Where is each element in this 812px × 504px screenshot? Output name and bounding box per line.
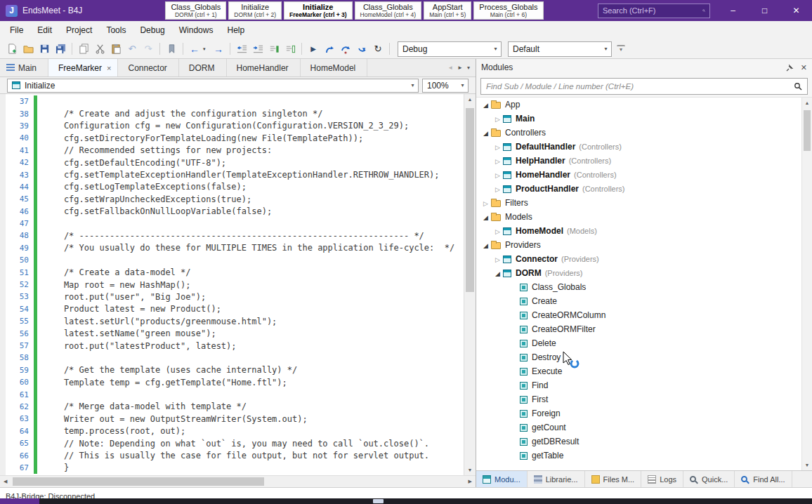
tree-scroll-thumb[interactable]: [804, 110, 811, 151]
minimize-button[interactable]: –: [717, 0, 749, 21]
code-line[interactable]: 45 cfg.setWrapUncheckedExceptions(true);: [0, 193, 464, 205]
tree-expander-icon[interactable]: [480, 240, 491, 250]
build-config-select[interactable]: Default ▾: [508, 41, 612, 57]
tree-item[interactable]: Destroy: [476, 350, 812, 364]
vertical-scroll-thumb[interactable]: [466, 108, 474, 292]
quick-access-tab[interactable]: Initialize FreeMarker (ctrl + 3): [284, 1, 353, 20]
panel-tab[interactable]: Logs: [641, 471, 683, 487]
panel-close-icon[interactable]: ✕: [801, 63, 807, 72]
step-into-button[interactable]: [322, 41, 337, 57]
code-line[interactable]: 44 cfg.setLogTemplateExceptions(false);: [0, 181, 464, 193]
code-line[interactable]: 58: [0, 352, 464, 364]
tree-item[interactable]: ProductHandler (Controllers): [476, 182, 812, 196]
code-line[interactable]: 61: [0, 388, 464, 400]
quick-access-tab[interactable]: Class_Globals DORM (ctrl + 1): [165, 1, 226, 20]
menu-item[interactable]: Debug: [133, 22, 171, 38]
tree-item[interactable]: Class_Globals: [476, 280, 812, 294]
undo-button[interactable]: ↶: [124, 41, 140, 57]
code-line[interactable]: 54 Product latest = new Product();: [0, 303, 464, 315]
redo-button[interactable]: ↷: [140, 41, 156, 57]
code-line[interactable]: 39 Configuration cfg = new Configuration…: [0, 120, 464, 132]
tree-item[interactable]: Controllers: [476, 126, 812, 140]
titlebar-search-input[interactable]: [603, 6, 702, 15]
menu-item[interactable]: Project: [59, 22, 99, 38]
tree-expander-icon[interactable]: [492, 114, 503, 124]
editor-tab[interactable]: HomeModel: [301, 59, 368, 77]
tree-item[interactable]: Create: [476, 294, 812, 308]
tree-vertical-scrollbar[interactable]: ▲ ▼: [801, 98, 812, 470]
tree-expander-icon[interactable]: [480, 212, 491, 222]
code-line[interactable]: 57 root.put("latestProduct", latest);: [0, 340, 464, 352]
close-button[interactable]: ✕: [780, 0, 812, 21]
code-line[interactable]: 63 Writer out = new OutputStreamWriter(S…: [0, 413, 464, 425]
menu-item[interactable]: Windows: [172, 22, 221, 38]
tab-close-icon[interactable]: ×: [107, 64, 111, 72]
new-project-button[interactable]: [4, 41, 20, 57]
code-line[interactable]: 40 cfg.setDirectoryForTemplateLoading(ne…: [0, 132, 464, 144]
code-line[interactable]: 48 /* ----------------------------------…: [0, 230, 464, 241]
tree-item[interactable]: Models: [476, 210, 812, 224]
tree-item[interactable]: Find: [476, 378, 812, 392]
code-line[interactable]: 67 }: [0, 462, 464, 474]
code-line[interactable]: 66 // This is usually the case for file …: [0, 449, 464, 461]
forward-button[interactable]: →: [211, 41, 226, 57]
taskbar[interactable]: [0, 498, 812, 504]
panel-tab[interactable]: Modu...: [476, 471, 528, 487]
tree-item[interactable]: HelpHandler (Controllers): [476, 154, 812, 168]
editor-horizontal-scrollbar[interactable]: ◀ ▶: [0, 475, 476, 487]
restart-button[interactable]: ↻: [370, 41, 386, 57]
toolbar-overflow-button[interactable]: ▾: [617, 45, 625, 53]
menu-item[interactable]: Help: [220, 22, 251, 38]
tree-expander-icon[interactable]: [480, 198, 491, 208]
tree-expander-icon[interactable]: [492, 184, 503, 194]
code-line[interactable]: 43 cfg.setTemplateExceptionHandler(Templ…: [0, 168, 464, 180]
code-line[interactable]: 37: [0, 95, 464, 107]
editor-tab[interactable]: Main: [0, 59, 48, 77]
code-line[interactable]: 53 root.put("user", "Big Joe");: [0, 291, 464, 303]
code-line[interactable]: 49 /* You usually do these for MULTIPLE …: [0, 242, 464, 254]
tree-item[interactable]: CreateORMColumn: [476, 308, 812, 322]
menu-item[interactable]: Tools: [99, 22, 133, 38]
tree-item[interactable]: HomeHandler (Controllers): [476, 168, 812, 182]
tree-item[interactable]: HomeModel (Models): [476, 224, 812, 238]
copy-button[interactable]: [76, 41, 91, 57]
modules-search[interactable]: [480, 78, 808, 95]
taskbar-app-icon[interactable]: [373, 499, 384, 503]
panel-tab[interactable]: Find All...: [735, 471, 792, 487]
debug-mode-select[interactable]: Debug ▾: [398, 41, 502, 57]
code-line[interactable]: 62 /* Merge data-model with template */: [0, 401, 464, 413]
tree-item[interactable]: getDBResult: [476, 435, 812, 449]
code-line[interactable]: 55 latest.setUrl("products/greenmouse.ht…: [0, 315, 464, 327]
scroll-down-icon[interactable]: ▼: [802, 463, 812, 467]
cut-button[interactable]: [92, 41, 107, 57]
tree-item[interactable]: getTable: [476, 449, 812, 463]
quick-access-tab[interactable]: AppStart Main (ctrl + 5): [424, 1, 471, 20]
save-all-button[interactable]: [53, 41, 68, 57]
tab-scroll-right-icon[interactable]: ►: [457, 65, 463, 71]
outdent-button[interactable]: [234, 41, 249, 57]
modules-search-input[interactable]: [486, 82, 794, 91]
tree-expander-icon[interactable]: [480, 100, 491, 110]
run-button[interactable]: ▶: [306, 41, 321, 57]
step-out-button[interactable]: [354, 41, 369, 57]
back-history-dropdown-icon[interactable]: ▾: [203, 46, 210, 52]
titlebar-search[interactable]: [598, 4, 710, 18]
tree-item[interactable]: App: [476, 98, 812, 112]
tree-item[interactable]: Providers: [476, 238, 812, 252]
quick-access-tab[interactable]: Process_Globals Main (ctrl + 6): [473, 1, 543, 20]
code-line[interactable]: 59 /* Get the template (uses cache inter…: [0, 364, 464, 376]
menu-item[interactable]: File: [3, 22, 30, 38]
menu-item[interactable]: Edit: [30, 22, 59, 38]
code-line[interactable]: 51 /* Create a data-model */: [0, 266, 464, 278]
tree-item[interactable]: getCount: [476, 420, 812, 435]
tab-list-icon[interactable]: ▾: [467, 65, 470, 71]
editor-tab[interactable]: FreeMarker ×: [48, 59, 118, 77]
zoom-selector[interactable]: 100% ▾: [422, 79, 469, 93]
editor-tab[interactable]: Connector: [118, 59, 178, 77]
tree-item[interactable]: CreateORMFilter: [476, 322, 812, 336]
code-line[interactable]: 64 temp.process(root, out);: [0, 425, 464, 437]
comment-button[interactable]: [266, 41, 282, 57]
tree-item[interactable]: DefaultHandler (Controllers): [476, 140, 812, 154]
quick-access-tab[interactable]: Class_Globals HomeModel (ctrl + 4): [355, 1, 422, 20]
scroll-up-icon[interactable]: ▲: [802, 100, 812, 105]
